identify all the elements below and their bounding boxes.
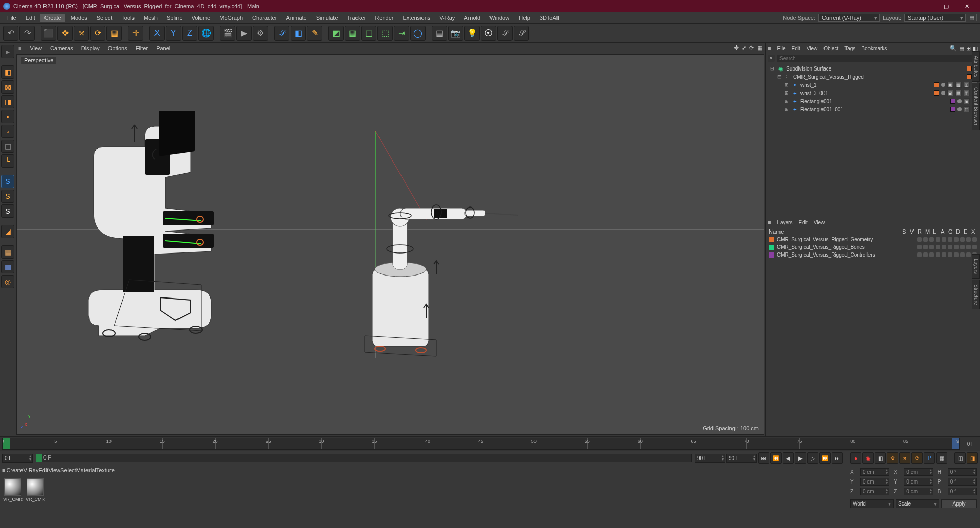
layer-flag-icon[interactable] [936,252,940,257]
menu-tracker[interactable]: Tracker [343,14,370,22]
layer-flag-icon[interactable] [954,245,959,249]
layer-flag-icon[interactable] [966,245,971,249]
obj-layer-swatch[interactable] [950,99,955,104]
obj-layer-swatch[interactable] [934,90,939,96]
grid-icon-2[interactable]: ▦ [1,260,14,273]
obj-layer-swatch[interactable] [950,107,955,112]
layer-flag-icon[interactable] [948,252,952,257]
obj-hamburger-icon[interactable]: ≡ [768,45,771,51]
layersmenu-edit[interactable]: Edit [795,219,810,226]
coord-z-size[interactable]: 0 cm▴▾ [904,488,933,495]
undo-button[interactable]: ↶ [3,26,18,41]
menu-window[interactable]: Window [485,14,514,22]
coord-system-button[interactable]: 🌐 [198,26,214,41]
obj-row[interactable]: ⊞✦Rectangle001▣• [766,97,980,105]
generator-button-5[interactable]: ⇥ [394,26,409,41]
z-axis-toggle[interactable]: Z [182,26,197,41]
redo-button[interactable]: ↷ [19,26,35,41]
obj-filter-icon[interactable]: ▤ [959,45,964,52]
layer-color-swatch[interactable] [769,245,774,250]
nav-zoom-icon[interactable]: ⤢ [742,44,746,51]
layer-flag-icon[interactable] [942,245,946,249]
axis-lock-tool[interactable]: ✛ [128,26,143,41]
layer-flag-icon[interactable] [936,245,940,249]
rotate-tool[interactable]: ⟳ [90,26,105,41]
key-scale-button[interactable]: ⤧ [899,452,910,464]
render-settings-button[interactable]: 🎬 [220,26,235,41]
vray-button[interactable]: ⦿ [481,26,496,41]
tree-expander-icon[interactable]: ⊞ [784,82,789,87]
menu-simulate[interactable]: Simulate [312,14,342,22]
scrub-playhead[interactable] [36,454,42,462]
close-button[interactable]: ✕ [956,0,977,12]
tree-expander-icon[interactable]: ⊟ [777,74,782,79]
pen-tool-button[interactable]: ✎ [307,26,322,41]
layer-flag-icon[interactable] [960,245,965,249]
obj-tag-icon[interactable]: ▢ [964,106,970,112]
layer-color-swatch[interactable] [769,237,774,242]
menu-spline[interactable]: Spline [163,14,187,22]
coord-x-pos[interactable]: 0 cm▴▾ [860,468,889,476]
obj-layer-swatch[interactable] [967,74,972,79]
obj-tag-icon[interactable]: ▣ [964,98,970,104]
objmenu-file[interactable]: File [774,44,788,52]
vtab-structure[interactable]: Structure [972,280,980,310]
render-view-button[interactable]: ▶ [236,26,252,41]
layout-extra-icon[interactable]: ▤ [967,14,977,21]
fcurve-button[interactable]: ◨ [967,452,978,464]
layer-flag-icon[interactable] [923,237,928,242]
tree-expander-icon[interactable]: ⊟ [770,66,775,71]
nav-layout-icon[interactable]: ▦ [757,44,762,51]
generator-button-3[interactable]: ◫ [361,26,376,41]
obj-visibility-dot[interactable] [957,107,962,111]
menu-create[interactable]: Create [40,14,65,22]
menu-mograph[interactable]: MoGraph [215,14,247,22]
coord-h-rot[interactable]: 0 °▴▾ [948,468,977,476]
layer-flag-icon[interactable] [929,245,934,249]
coord-x-size[interactable]: 0 cm▴▾ [904,468,933,476]
layer-flag-icon[interactable] [923,252,928,257]
menu-character[interactable]: Character [248,14,281,22]
obj-layout-icon[interactable]: ⊞ [966,45,971,52]
python-button-1[interactable]: 𝒮 [497,26,513,41]
layer-flag-icon[interactable] [942,252,946,257]
texture-mode-icon[interactable]: ▩ [1,80,14,94]
key-pos-button[interactable]: ✥ [887,452,898,464]
material-thumb[interactable]: VR_CMR [3,478,23,502]
obj-tag-icon[interactable]: ◫ [964,90,970,96]
layersmenu-layers[interactable]: Layers [774,219,795,226]
viewmenu-options[interactable]: Options [104,44,131,52]
layer-flag-icon[interactable] [942,237,946,242]
grid-icon-1[interactable]: ▦ [1,245,14,259]
matmenu-texture[interactable]: Texture [96,467,115,473]
matmenu-view[interactable]: View [48,467,60,473]
record-button[interactable]: ● [850,452,861,464]
vtab-layers[interactable]: Layers [972,254,980,279]
obj-visibility-dot[interactable] [941,91,945,95]
coord-y-pos[interactable]: 0 cm▴▾ [860,478,889,486]
status-hamburger-icon[interactable]: ≡ [2,521,5,527]
move-tool[interactable]: ✥ [57,26,73,41]
prev-key-button[interactable]: ⏪ [770,452,782,464]
menu-modes[interactable]: Modes [66,14,92,22]
maximize-button[interactable]: ▢ [936,0,956,12]
layer-flag-icon[interactable] [966,237,971,242]
obj-visibility-dot[interactable] [941,83,945,87]
obj-tag-icon[interactable]: ▩ [955,82,962,88]
menu-file[interactable]: File [3,14,20,22]
layers-list[interactable]: CMR_Surgical_Versus_Rigged_GeometryCMR_S… [766,236,980,379]
key-rot-button[interactable]: ⟳ [911,452,923,464]
mat-hamburger-icon[interactable]: ≡ [2,467,5,473]
layer-flag-icon[interactable] [936,237,940,242]
menu-edit[interactable]: Edit [21,14,39,22]
vtab-attributes[interactable]: Attributes [972,51,980,82]
coord-p-rot[interactable]: 0 °▴▾ [948,478,977,486]
obj-row[interactable]: ⊞✦wrist_1▣▩◫• [766,81,980,89]
matmenu-material[interactable]: Material [76,467,96,473]
obj-row[interactable]: ⊞✦Rectangle001_001▢• [766,105,980,113]
obj-tag-icon[interactable]: ◫ [964,82,970,88]
layersmenu-view[interactable]: View [811,219,828,226]
obj-search-icon[interactable]: 🔍 [950,45,957,52]
obj-tag-icon[interactable]: ◧ [973,45,978,52]
workplane-icon[interactable]: ◢ [1,225,14,238]
